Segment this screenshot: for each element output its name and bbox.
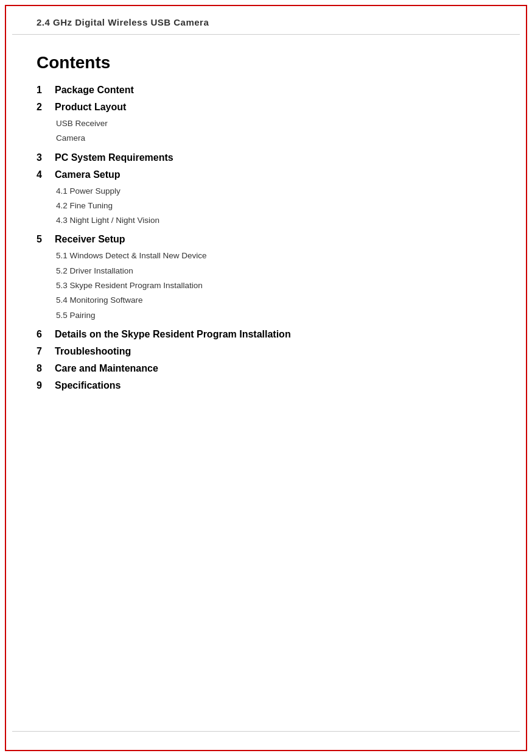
toc-sub-items: USB ReceiverCamera	[37, 116, 495, 146]
toc-item-number: 9	[37, 380, 55, 391]
toc-section: 2Product LayoutUSB ReceiverCamera	[37, 102, 495, 146]
toc-sub-item: 5.4 Monitoring Software	[56, 293, 495, 308]
toc-item-label: Troubleshooting	[55, 346, 131, 357]
toc-item-number: 1	[37, 85, 55, 96]
footer-divider	[12, 731, 520, 732]
toc-item-label: Package Content	[55, 85, 134, 96]
toc-item-number: 6	[37, 329, 55, 340]
toc-sub-item: 5.5 Pairing	[56, 308, 495, 323]
toc-sub-item: Camera	[56, 131, 495, 146]
toc-section: 9Specifications	[37, 380, 495, 391]
toc-item-label: Camera Setup	[55, 169, 121, 180]
toc-item-label: Product Layout	[55, 102, 126, 113]
toc-item-number: 5	[37, 234, 55, 245]
toc-main-item: 4Camera Setup	[37, 169, 495, 180]
main-content: Contents 1Package Content2Product Layout…	[0, 35, 532, 419]
toc-section: 4Camera Setup4.1 Power Supply4.2 Fine Tu…	[37, 169, 495, 228]
toc-item-label: Specifications	[55, 380, 121, 391]
toc-section: 3PC System Requirements	[37, 152, 495, 163]
toc-item-number: 7	[37, 346, 55, 357]
toc-sub-item: 5.3 Skype Resident Program Installation	[56, 278, 495, 293]
toc-main-item: 6Details on the Skype Resident Program I…	[37, 329, 495, 340]
table-of-contents: 1Package Content2Product LayoutUSB Recei…	[37, 85, 495, 391]
toc-item-label: Receiver Setup	[55, 234, 125, 245]
toc-sub-item: 4.3 Night Light / Night Vision	[56, 213, 495, 228]
page-header: 2.4 GHz Digital Wireless USB Camera	[12, 0, 520, 35]
toc-item-label: Details on the Skype Resident Program In…	[55, 329, 291, 340]
toc-item-number: 8	[37, 363, 55, 374]
toc-section: 1Package Content	[37, 85, 495, 96]
toc-main-item: 5Receiver Setup	[37, 234, 495, 245]
toc-section: 7Troubleshooting	[37, 346, 495, 357]
toc-sub-items: 5.1 Windows Detect & Install New Device5…	[37, 249, 495, 322]
toc-section: 6Details on the Skype Resident Program I…	[37, 329, 495, 340]
toc-item-label: Care and Maintenance	[55, 363, 158, 374]
toc-sub-items: 4.1 Power Supply4.2 Fine Tuning4.3 Night…	[37, 184, 495, 228]
toc-section: 5Receiver Setup5.1 Windows Detect & Inst…	[37, 234, 495, 322]
contents-heading: Contents	[37, 53, 495, 72]
toc-sub-item: 4.2 Fine Tuning	[56, 199, 495, 213]
toc-sub-item: 4.1 Power Supply	[56, 184, 495, 199]
toc-main-item: 7Troubleshooting	[37, 346, 495, 357]
toc-item-number: 2	[37, 102, 55, 113]
toc-item-number: 4	[37, 169, 55, 180]
toc-sub-item: 5.1 Windows Detect & Install New Device	[56, 249, 495, 263]
toc-main-item: 1Package Content	[37, 85, 495, 96]
toc-main-item: 8Care and Maintenance	[37, 363, 495, 374]
toc-item-label: PC System Requirements	[55, 152, 173, 163]
toc-main-item: 3PC System Requirements	[37, 152, 495, 163]
toc-sub-item: USB Receiver	[56, 116, 495, 131]
toc-main-item: 2Product Layout	[37, 102, 495, 113]
toc-sub-item: 5.2 Driver Installation	[56, 264, 495, 278]
toc-section: 8Care and Maintenance	[37, 363, 495, 374]
toc-main-item: 9Specifications	[37, 380, 495, 391]
toc-item-number: 3	[37, 152, 55, 163]
header-title: 2.4 GHz Digital Wireless USB Camera	[37, 17, 209, 27]
